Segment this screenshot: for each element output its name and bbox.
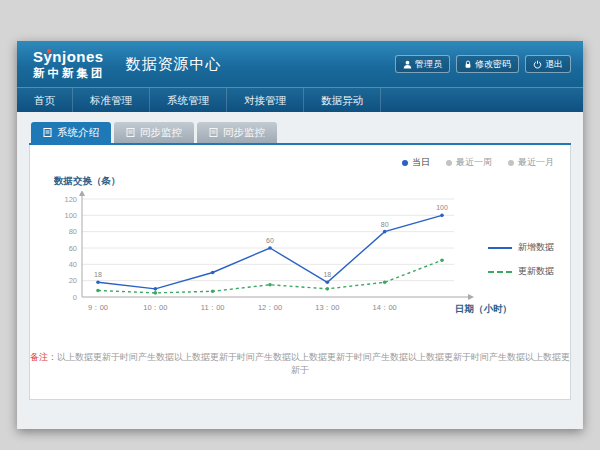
filter-last-week[interactable]: 最近一周 (446, 156, 492, 169)
svg-text:18: 18 (323, 271, 331, 278)
footnote-prefix: 备注： (30, 352, 57, 362)
logout-button[interactable]: 退出 (525, 55, 571, 73)
power-icon (533, 60, 542, 69)
svg-text:120: 120 (64, 195, 77, 204)
nav-item-data-change[interactable]: 数据异动 (304, 88, 381, 112)
svg-text:18: 18 (94, 271, 102, 278)
filter-last-month[interactable]: 最近一月 (508, 156, 554, 169)
user-icon (403, 60, 412, 69)
svg-text:0: 0 (73, 293, 77, 302)
nav-item-home[interactable]: 首页 (17, 88, 73, 112)
svg-text:100: 100 (436, 204, 448, 211)
tab-sync-monitor-2[interactable]: 同步监控 (197, 122, 277, 143)
brand-logo-cn: 新中新集团 (33, 67, 106, 80)
tab-strip: 系统介绍 同步监控 同步监控 (29, 122, 571, 145)
series-legend: 新增数据 更新数据 (488, 241, 554, 289)
legend-dot-icon (446, 160, 452, 166)
brand-red-dot-icon (47, 49, 51, 53)
content-area: 系统介绍 同步监控 同步监控 当日 最近一周 (17, 112, 583, 429)
tab-sync-monitor-1[interactable]: 同步监控 (114, 122, 194, 143)
svg-text:60: 60 (266, 237, 274, 244)
dashed-line-icon (488, 271, 512, 273)
line-chart: 0204060801001209：0010：0011：0012：0013：001… (46, 191, 486, 331)
footnote: 备注：以上数据更新于时间产生数据以上数据更新于时间产生数据以上数据更新于时间产生… (30, 351, 570, 377)
legend-new-data[interactable]: 新增数据 (488, 241, 554, 254)
main-navigation: 首页 标准管理 系统管理 对接管理 数据异动 (17, 87, 583, 112)
svg-text:11：00: 11：00 (201, 303, 225, 312)
nav-item-standard-mgmt[interactable]: 标准管理 (73, 88, 150, 112)
svg-text:12：00: 12：00 (258, 303, 282, 312)
page-title: 数据资源中心 (126, 55, 222, 74)
legend-dot-icon (402, 160, 408, 166)
svg-text:14：00: 14：00 (373, 303, 397, 312)
y-axis-title: 数据交换（条） (54, 175, 121, 188)
change-password-button[interactable]: 修改密码 (456, 55, 519, 73)
filter-today[interactable]: 当日 (402, 156, 430, 169)
desktop-background: { "header": { "logo_en": "Synjones", "lo… (0, 0, 600, 450)
legend-updated-data[interactable]: 更新数据 (488, 265, 554, 278)
admin-user-button[interactable]: 管理员 (395, 55, 450, 73)
footnote-text: 以上数据更新于时间产生数据以上数据更新于时间产生数据以上数据更新于时间产生数据以… (57, 352, 570, 375)
chart-panel: 当日 最近一周 最近一月 数据交换（条） 0204060801001209：00… (29, 145, 571, 400)
legend-dot-icon (508, 160, 514, 166)
nav-item-system-mgmt[interactable]: 系统管理 (150, 88, 227, 112)
app-window: Synjones 新中新集团 数据资源中心 管理员 修改密码 退出 首页 标准管… (17, 41, 583, 429)
svg-text:60: 60 (69, 244, 77, 253)
svg-text:80: 80 (69, 227, 77, 236)
brand-logo-en: Synjones (33, 49, 104, 66)
lock-icon (464, 60, 472, 69)
nav-item-integration-mgmt[interactable]: 对接管理 (227, 88, 304, 112)
document-icon (209, 128, 218, 137)
chart-filter-legend: 当日 最近一周 最近一月 (402, 156, 554, 169)
svg-text:80: 80 (381, 221, 389, 228)
document-icon (43, 128, 52, 137)
svg-text:100: 100 (64, 211, 77, 220)
svg-text:13：00: 13：00 (315, 303, 339, 312)
x-axis-title: 日期（小时） (455, 303, 512, 316)
document-icon (126, 128, 135, 137)
svg-text:9：00: 9：00 (88, 303, 108, 312)
header-actions: 管理员 修改密码 退出 (395, 55, 571, 73)
svg-text:10：00: 10：00 (143, 303, 167, 312)
solid-line-icon (488, 247, 512, 249)
brand-logo: Synjones 新中新集团 (33, 48, 106, 80)
svg-text:20: 20 (69, 276, 77, 285)
tab-system-intro[interactable]: 系统介绍 (31, 122, 111, 143)
top-header-bar: Synjones 新中新集团 数据资源中心 管理员 修改密码 退出 (17, 41, 583, 87)
svg-text:40: 40 (69, 260, 77, 269)
